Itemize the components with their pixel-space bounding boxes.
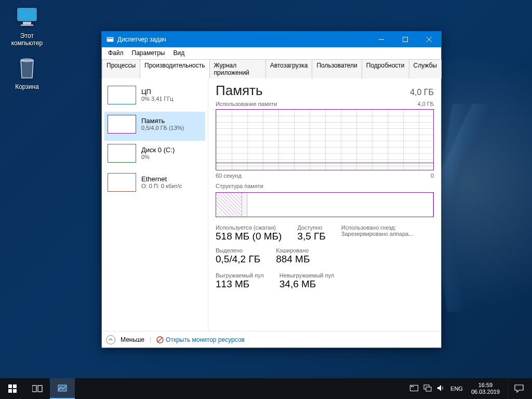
stat-cached-value: 884 МБ xyxy=(276,254,310,265)
svg-rect-2 xyxy=(23,22,31,24)
svg-line-12 xyxy=(158,338,162,342)
taskbar-time: 16:59 xyxy=(471,382,500,389)
menu-view[interactable]: Вид xyxy=(169,48,189,58)
svg-rect-6 xyxy=(108,38,113,39)
desktop-icon-recycle-bin[interactable]: Корзина xyxy=(6,56,48,90)
task-manager-window: Диспетчер задач Файл Параметры Вид Проце… xyxy=(101,31,442,348)
tabbar: Процессы Производительность Журнал прило… xyxy=(102,59,441,78)
stat-available-value: 3,5 ГБ xyxy=(297,231,325,242)
svg-rect-18 xyxy=(38,385,42,392)
detail-capacity: 4,0 ГБ xyxy=(410,88,434,97)
svg-rect-24 xyxy=(426,387,431,391)
taskbar-app-task-manager[interactable] xyxy=(50,378,75,399)
taskbar: ENG 16:59 06.03.2019 xyxy=(0,378,532,399)
usage-chart-label: Использование памяти xyxy=(216,101,277,107)
cpu-thumbnail-icon xyxy=(108,86,136,104)
sidebar-item-title: ЦП xyxy=(141,88,174,96)
disk-thumbnail-icon xyxy=(108,144,136,163)
sidebar-item-cpu[interactable]: ЦП 0% 3,41 ГГц xyxy=(104,83,205,112)
tray-volume-icon[interactable] xyxy=(437,384,445,393)
stat-committed-value: 0,5/4,2 ГБ xyxy=(216,254,260,265)
tab-processes[interactable]: Процессы xyxy=(102,59,140,78)
sidebar-item-sub: 0,5/4,0 ГБ (13%) xyxy=(141,125,184,131)
tab-details[interactable]: Подробности xyxy=(362,59,409,78)
stat-committed-label: Выделено xyxy=(216,247,260,254)
svg-rect-22 xyxy=(413,386,414,387)
sidebar-item-ethernet[interactable]: Ethernet О: 0 П: 0 кбит/с xyxy=(104,170,205,199)
composition-label: Структура памяти xyxy=(216,183,263,189)
mem-seg-modified xyxy=(242,193,247,217)
mem-seg-in-use xyxy=(216,193,242,217)
tab-performance[interactable]: Производительность xyxy=(140,59,209,78)
system-tray: ENG 16:59 06.03.2019 xyxy=(410,378,532,399)
xaxis-left: 60 секунд xyxy=(216,172,242,179)
memory-thumbnail-icon xyxy=(108,115,136,134)
resmon-icon xyxy=(156,336,164,343)
fewer-details-icon[interactable] xyxy=(106,335,115,344)
app-icon xyxy=(106,35,114,44)
mem-seg-free xyxy=(247,193,433,217)
xaxis-right: 0 xyxy=(431,172,434,179)
svg-rect-19 xyxy=(58,385,66,391)
svg-rect-15 xyxy=(8,389,12,393)
task-view-button[interactable] xyxy=(25,378,50,399)
window-footer: Меньше | Открыть монитор ресурсов xyxy=(102,331,441,348)
menu-options[interactable]: Параметры xyxy=(128,48,169,58)
svg-rect-13 xyxy=(8,384,12,388)
performance-detail-pane: Память 4,0 ГБ Использование памяти 4,0 Г… xyxy=(208,78,441,331)
stat-nonpaged-value: 34,6 МБ xyxy=(280,278,334,290)
tray-network-icon[interactable] xyxy=(423,384,432,393)
stat-paged-value: 113 МБ xyxy=(216,278,264,290)
tray-language-indicator[interactable]: ENG xyxy=(450,385,463,392)
svg-rect-21 xyxy=(411,386,412,387)
start-button[interactable] xyxy=(0,378,25,399)
sidebar-item-memory[interactable]: Память 0,5/4,0 ГБ (13%) xyxy=(104,112,205,141)
taskbar-clock[interactable]: 16:59 06.03.2019 xyxy=(468,382,503,395)
stat-nonpaged-label: Невыгружаемый пул xyxy=(280,272,334,278)
tab-app-history[interactable]: Журнал приложений xyxy=(209,59,266,78)
action-center-button[interactable] xyxy=(508,378,529,399)
maximize-button[interactable] xyxy=(393,32,417,47)
svg-rect-8 xyxy=(403,37,408,42)
desktop-icon-label: Этот компьютер xyxy=(6,32,48,47)
sidebar-item-sub: О: 0 П: 0 кбит/с xyxy=(141,183,182,189)
ethernet-thumbnail-icon xyxy=(108,173,136,192)
titlebar[interactable]: Диспетчер задач xyxy=(102,32,441,47)
svg-rect-3 xyxy=(21,24,33,26)
window-title: Диспетчер задач xyxy=(117,36,166,43)
sidebar-item-disk[interactable]: Диск 0 (C:) 0% xyxy=(104,141,205,170)
svg-rect-1 xyxy=(19,9,35,20)
taskbar-date: 06.03.2019 xyxy=(471,389,500,395)
sidebar-item-sub: 0% xyxy=(141,154,175,160)
performance-sidebar: ЦП 0% 3,41 ГГц Память 0,5/4,0 ГБ (13%) Д… xyxy=(102,78,208,331)
memory-composition-bar xyxy=(216,192,434,217)
menu-file[interactable]: Файл xyxy=(104,48,128,58)
svg-rect-17 xyxy=(32,385,36,392)
desktop-icon-this-pc[interactable]: Этот компьютер xyxy=(6,5,48,47)
minimize-button[interactable] xyxy=(369,32,393,47)
stat-slots-label: Использовано гнезд: xyxy=(341,224,414,231)
open-resource-monitor-link[interactable]: Открыть монитор ресурсов xyxy=(156,336,245,343)
svg-rect-16 xyxy=(13,389,17,393)
pc-icon xyxy=(15,5,39,30)
sidebar-item-sub: 0% 3,41 ГГц xyxy=(141,96,174,102)
sidebar-item-title: Ethernet xyxy=(141,175,182,183)
menubar: Файл Параметры Вид xyxy=(102,47,441,59)
tab-services[interactable]: Службы xyxy=(409,59,442,78)
detail-heading: Память xyxy=(216,83,263,99)
stat-available-label: Доступно xyxy=(297,224,325,231)
stat-in-use-label: Используется (сжатая) xyxy=(216,224,282,231)
tray-input-indicator-icon[interactable] xyxy=(410,385,418,392)
svg-point-4 xyxy=(21,59,33,62)
recycle-bin-icon xyxy=(15,56,39,81)
close-button[interactable] xyxy=(417,32,441,47)
stat-slots-value: Зарезервировано аппара... xyxy=(341,231,414,237)
sidebar-item-title: Диск 0 (C:) xyxy=(141,146,175,154)
fewer-details-button[interactable]: Меньше xyxy=(121,336,144,343)
usage-chart-max: 4,0 ГБ xyxy=(417,101,434,107)
tab-startup[interactable]: Автозагрузка xyxy=(265,59,313,78)
stat-in-use-value: 518 МБ (0 МБ) xyxy=(216,231,282,242)
tab-users[interactable]: Пользователи xyxy=(312,59,362,78)
memory-usage-chart xyxy=(216,109,434,170)
sidebar-item-title: Память xyxy=(141,117,184,125)
